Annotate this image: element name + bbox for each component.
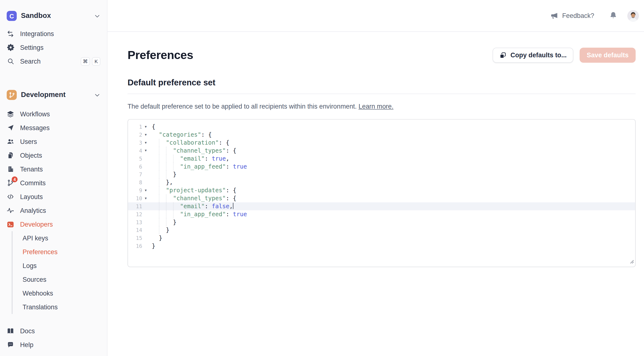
section-description: The default preference set to be applied… (128, 103, 636, 110)
fold-arrow-icon[interactable]: ▾ (142, 123, 149, 131)
pulse-icon (7, 206, 14, 214)
sidebar-item-docs[interactable]: Docs (0, 324, 107, 338)
sidebar-item-users[interactable]: Users (0, 135, 107, 148)
page-content: Preferences Copy defaults to... Save def… (108, 32, 644, 267)
sidebar-item-translations[interactable]: Translations (12, 300, 107, 314)
sidebar-item-sources[interactable]: Sources (12, 272, 107, 286)
commits-count-badge: 4 (12, 176, 18, 182)
fold-gutter (142, 210, 149, 218)
code-icon (7, 193, 14, 201)
chevron-down-icon (94, 92, 100, 98)
sidebar-item-label: Settings (20, 44, 44, 51)
workspace-switcher[interactable]: C Sandbox (7, 11, 100, 21)
code-text: } (149, 234, 635, 242)
sidebar-item-workflows[interactable]: Workflows (0, 107, 107, 121)
fold-arrow-icon[interactable]: ▾ (142, 131, 149, 139)
section-title: Default preference set (128, 78, 636, 88)
fold-arrow-icon[interactable]: ▾ (142, 186, 149, 194)
page-title: Preferences (128, 48, 193, 62)
text-cursor (233, 203, 234, 209)
editor-line-10[interactable]: 10▾ "channel_types": { (128, 194, 635, 202)
sidebar-item-logs[interactable]: Logs (12, 259, 107, 272)
book-icon (7, 328, 14, 335)
editor-line-7[interactable]: 7 } (128, 170, 635, 178)
editor-line-9[interactable]: 9▾ "project-updates": { (128, 186, 635, 194)
editor-line-6[interactable]: 6 "in_app_feed": true (128, 162, 635, 170)
app-window: C Sandbox IntegrationsSettingsSearch⌘K D… (0, 0, 644, 356)
fold-gutter (142, 234, 149, 242)
fold-arrow-icon[interactable]: ▾ (142, 194, 149, 202)
editor-line-1[interactable]: 1▾{ (128, 123, 635, 131)
sidebar-developers-subnav: API keysPreferencesLogsSourcesWebhooksTr… (12, 231, 107, 314)
documents-icon (7, 152, 14, 159)
sidebar-item-tenants[interactable]: Tenants (0, 162, 107, 176)
sidebar-item-api-keys[interactable]: API keys (12, 231, 107, 245)
code-text: "channel_types": { (149, 147, 635, 155)
sidebar-item-search[interactable]: Search⌘K (0, 54, 107, 68)
learn-more-link[interactable]: Learn more. (358, 103, 393, 110)
bell-icon (610, 11, 618, 20)
chat-icon (7, 341, 14, 349)
sidebar-item-label: Users (20, 138, 37, 145)
feedback-button[interactable]: Feedback? (550, 12, 594, 20)
sidebar-item-analytics[interactable]: Analytics (0, 204, 107, 218)
workspace-logo-icon: C (7, 11, 17, 21)
editor-resize-handle[interactable] (629, 258, 634, 266)
sidebar-item-help[interactable]: Help (0, 338, 107, 352)
line-number: 3 (128, 139, 142, 147)
sidebar-item-preferences[interactable]: Preferences (12, 245, 107, 259)
code-text: "channel_types": { (149, 194, 635, 202)
fold-gutter (142, 242, 149, 250)
editor-line-5[interactable]: 5 "email": true, (128, 155, 635, 163)
sidebar-item-webhooks[interactable]: Webhooks (12, 286, 107, 300)
editor-line-2[interactable]: 2▾ "categories": { (128, 131, 635, 139)
editor-line-4[interactable]: 4▾ "channel_types": { (128, 147, 635, 155)
editor-line-11[interactable]: 11 "email": false, (128, 202, 635, 210)
sidebar-item-label: Docs (20, 328, 35, 335)
environment-switcher[interactable]: Development (7, 90, 100, 100)
sidebar-item-commits[interactable]: 4Commits (0, 176, 107, 190)
editor-line-14[interactable]: 14 } (128, 226, 635, 234)
editor-line-3[interactable]: 3▾ "collaboration": { (128, 139, 635, 147)
editor-lines: 1▾{2▾ "categories": {3▾ "collaboration":… (128, 123, 635, 250)
layers-icon (7, 110, 14, 118)
gear-icon (7, 44, 14, 51)
line-number: 5 (128, 155, 142, 163)
editor-line-12[interactable]: 12 "in_app_feed": true (128, 210, 635, 218)
chevron-down-icon (94, 13, 100, 19)
fold-arrow-icon[interactable]: ▾ (142, 139, 149, 147)
line-number: 12 (128, 210, 142, 218)
copy-icon (499, 52, 506, 58)
fold-gutter (142, 218, 149, 226)
sidebar-item-label: Layouts (20, 193, 43, 200)
sidebar-item-messages[interactable]: Messages (0, 121, 107, 135)
sidebar-item-settings[interactable]: Settings (0, 41, 107, 54)
json-editor[interactable]: 1▾{2▾ "categories": {3▾ "collaboration":… (128, 119, 636, 267)
main-area: Feedback? Preferences (108, 0, 644, 356)
environment-logo-icon (7, 90, 17, 100)
swap-arrows-icon (7, 30, 14, 38)
code-text: } (149, 242, 635, 250)
sidebar-item-label: Integrations (20, 30, 54, 38)
sidebar-item-integrations[interactable]: Integrations (0, 27, 107, 41)
user-avatar[interactable] (627, 10, 639, 22)
keyboard-shortcut: ⌘K (81, 57, 100, 66)
sidebar-item-developers[interactable]: Developers (0, 218, 107, 231)
editor-line-16[interactable]: 16} (128, 242, 635, 250)
users-icon (7, 138, 14, 146)
sidebar-item-layouts[interactable]: Layouts (0, 190, 107, 204)
editor-line-15[interactable]: 15 } (128, 234, 635, 242)
fold-gutter (142, 162, 149, 170)
line-number: 14 (128, 226, 142, 234)
editor-line-8[interactable]: 8 }, (128, 178, 635, 186)
sidebar-item-objects[interactable]: Objects (0, 148, 107, 162)
fold-gutter (142, 202, 149, 210)
editor-line-13[interactable]: 13 } (128, 218, 635, 226)
line-number: 10 (128, 194, 142, 202)
copy-defaults-button[interactable]: Copy defaults to... (492, 48, 573, 63)
line-number: 7 (128, 170, 142, 178)
fold-arrow-icon[interactable]: ▾ (142, 147, 149, 155)
notifications-button[interactable] (610, 11, 618, 20)
save-defaults-button[interactable]: Save defaults (580, 48, 636, 63)
code-text: } (149, 218, 635, 226)
